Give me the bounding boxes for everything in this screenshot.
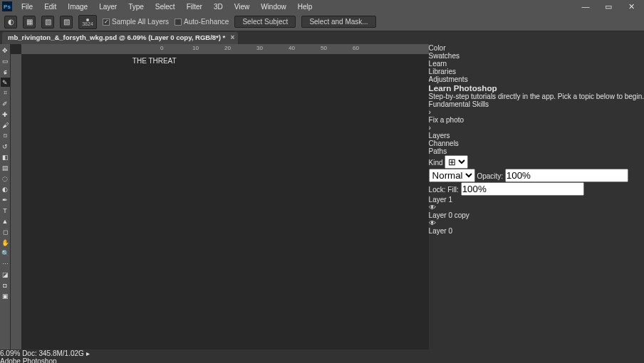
window-restore-btn[interactable]: ▭ <box>598 2 619 11</box>
menu-bar: Ps File Edit Image Layer Type Select Fil… <box>0 0 644 13</box>
status-bar: 6.09% Doc: 345.8M/1.02G ▸ <box>0 349 644 357</box>
sample-all-layers-label: Sample All Layers <box>112 18 169 26</box>
blur-tool-icon[interactable]: ◌ <box>1 174 10 183</box>
doc-info-readout: Doc: 345.8M/1.02G <box>22 349 84 357</box>
dodge-tool-icon[interactable]: ◐ <box>1 184 10 194</box>
canvas-area[interactable]: 0 10 20 30 40 50 60 THE THREAT <box>11 44 429 349</box>
close-document-icon[interactable]: × <box>230 33 234 41</box>
clone-stamp-tool-icon[interactable]: ⌑ <box>1 131 10 140</box>
opacity-input[interactable] <box>505 169 628 182</box>
tab-libraries[interactable]: Libraries <box>429 68 644 75</box>
menu-window[interactable]: Window <box>256 1 291 12</box>
select-and-mask-button[interactable]: Select and Mask... <box>301 16 375 28</box>
rectangle-tool-icon[interactable]: ◻ <box>1 227 10 236</box>
healing-brush-tool-icon[interactable]: ✚ <box>1 110 10 119</box>
window-close-btn[interactable]: ✕ <box>620 2 642 11</box>
filter-kind-label: Kind <box>429 159 443 167</box>
zoom-tool-icon[interactable]: 🔍 <box>1 248 10 258</box>
checkbox-icon <box>175 19 182 26</box>
lasso-tool-icon[interactable]: ɕ <box>1 67 10 76</box>
lesson-fix-a-photo[interactable]: Fix a photo › <box>429 116 644 132</box>
window-minimize-btn[interactable]: — <box>575 2 596 11</box>
tab-layers[interactable]: Layers <box>429 132 644 140</box>
menu-3d[interactable]: 3D <box>209 1 228 12</box>
history-brush-tool-icon[interactable]: ↺ <box>1 142 10 151</box>
warning-dialog: Adobe Photoshop Warning: No pixels are s… <box>0 357 644 363</box>
active-tool-thumb[interactable]: ◐ <box>4 16 17 28</box>
menu-edit[interactable]: Edit <box>39 1 61 12</box>
move-tool-icon[interactable]: ✥ <box>1 46 10 55</box>
path-select-tool-icon[interactable]: ▲ <box>1 216 10 226</box>
lesson-fundamental-skills[interactable]: Fundamental Skills › <box>429 100 644 116</box>
menu-file[interactable]: File <box>16 1 38 12</box>
horizontal-ruler: 0 10 20 30 40 50 60 <box>21 44 429 54</box>
tab-adjustments[interactable]: Adjustments <box>429 75 644 83</box>
document-tab[interactable]: mb_rivington_&_forsyth_wkg.psd @ 6.09% (… <box>2 32 238 44</box>
crop-tool-icon[interactable]: ⌗ <box>1 88 10 98</box>
visibility-toggle-icon[interactable]: 👁 <box>429 204 644 211</box>
vertical-ruler <box>11 54 21 349</box>
filter-kind-select[interactable]: ⊞ <box>445 155 468 169</box>
menu-select[interactable]: Select <box>150 1 180 12</box>
eyedropper-tool-icon[interactable]: ✐ <box>1 99 10 108</box>
auto-enhance-checkbox[interactable]: Auto-Enhance <box>175 18 229 26</box>
tab-channels[interactable]: Channels <box>429 140 644 147</box>
tab-swatches[interactable]: Swatches <box>429 52 644 60</box>
selection-subtract-icon[interactable]: ▨ <box>60 16 73 28</box>
menu-filter[interactable]: Filter <box>182 1 207 12</box>
layer-name: Layer 1 <box>429 196 644 204</box>
lesson-title: Fix a photo <box>429 116 644 124</box>
canvas-scrollview[interactable]: THE THREAT <box>21 54 429 349</box>
visibility-toggle-icon[interactable]: 👁 <box>429 219 644 227</box>
document-tab-title: mb_rivington_&_forsyth_wkg.psd @ 6.09% (… <box>8 33 225 41</box>
layers-panel: Layers Channels Paths Kind ⊞ Normal Opac… <box>429 132 644 235</box>
ruler-tick: 10 <box>192 45 199 51</box>
gradient-tool-icon[interactable]: ▤ <box>1 163 10 172</box>
panels-column: Color Swatches Learn Libraries Adjustmen… <box>429 44 644 349</box>
layer-row[interactable]: 👁 Layer 0 copy <box>429 204 644 219</box>
brush-tool-icon[interactable]: 🖌 <box>1 120 10 130</box>
foreground-background-swatch-icon[interactable]: ◪ <box>1 270 10 279</box>
eraser-tool-icon[interactable]: ◧ <box>1 152 10 162</box>
menu-image[interactable]: Image <box>63 1 93 12</box>
lock-label: Lock: <box>429 186 446 194</box>
menu-view[interactable]: View <box>229 1 255 12</box>
brush-preset-picker[interactable]: 3824 <box>78 15 97 29</box>
screen-mode-icon[interactable]: ▣ <box>1 291 10 300</box>
tab-paths[interactable]: Paths <box>429 147 644 155</box>
sample-all-layers-checkbox[interactable]: Sample All Layers <box>103 18 169 26</box>
menu-help[interactable]: Help <box>293 1 318 12</box>
zoom-readout[interactable]: 6.09% <box>0 349 20 357</box>
app-icon: Ps <box>2 1 12 11</box>
lesson-title: Fundamental Skills <box>429 100 644 108</box>
edit-toolbar-icon[interactable]: ⋯ <box>1 259 10 268</box>
blend-mode-select[interactable]: Normal <box>429 169 475 182</box>
ruler-tick: 0 <box>160 45 163 51</box>
select-subject-button[interactable]: Select Subject <box>234 16 296 28</box>
menu-layer[interactable]: Layer <box>94 1 122 12</box>
ruler-tick: 60 <box>353 45 359 51</box>
opacity-label: Opacity: <box>477 172 503 180</box>
layer-list: Layer 1 👁 Layer 0 copy 👁 Layer 0 <box>429 196 644 235</box>
status-chevron-icon[interactable]: ▸ <box>86 349 90 357</box>
quick-select-tool-icon[interactable]: ✎ <box>1 78 10 87</box>
marquee-tool-icon[interactable]: ▭ <box>1 56 10 65</box>
selection-new-icon[interactable]: ▦ <box>23 16 36 28</box>
quick-mask-icon[interactable]: ◘ <box>1 280 10 290</box>
document-tab-bar: mb_rivington_&_forsyth_wkg.psd @ 6.09% (… <box>0 31 644 44</box>
chevron-right-icon: › <box>429 124 644 132</box>
document-canvas[interactable]: THE THREAT <box>133 57 318 344</box>
layer-row[interactable]: 👁 Layer 0 <box>429 219 644 235</box>
color-panel-tabs: Color Swatches <box>429 44 644 60</box>
menu-type[interactable]: Type <box>123 1 149 12</box>
layer-row[interactable]: Layer 1 <box>429 196 644 204</box>
learn-subtext: Step-by-step tutorials directly in the a… <box>429 93 644 100</box>
tab-color[interactable]: Color <box>429 44 644 52</box>
learn-panel: Learn Libraries Adjustments Learn Photos… <box>429 60 644 132</box>
type-tool-icon[interactable]: T <box>1 206 10 215</box>
hand-tool-icon[interactable]: ✋ <box>1 238 10 247</box>
tab-learn[interactable]: Learn <box>429 60 644 68</box>
selection-add-icon[interactable]: ▧ <box>41 16 54 28</box>
fill-input[interactable] <box>461 182 584 196</box>
pen-tool-icon[interactable]: ✒ <box>1 195 10 204</box>
